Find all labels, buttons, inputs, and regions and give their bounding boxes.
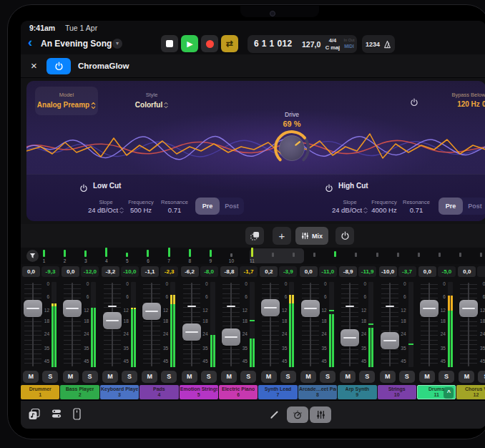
highcut-power-button[interactable] bbox=[325, 182, 333, 195]
solo-button[interactable]: S bbox=[280, 371, 296, 383]
controls-view-button[interactable] bbox=[287, 406, 308, 423]
solo-button[interactable]: S bbox=[122, 371, 137, 383]
fader-cap[interactable] bbox=[63, 300, 82, 317]
mute-button[interactable]: M bbox=[182, 371, 197, 383]
mute-button[interactable]: M bbox=[419, 371, 435, 383]
collapse-chevron-icon[interactable] bbox=[87, 387, 97, 399]
fader-track[interactable] bbox=[230, 283, 232, 366]
collapse-chevron-icon[interactable] bbox=[325, 387, 335, 399]
track-tile[interactable]: Strings 10 bbox=[378, 385, 416, 399]
mute-button[interactable]: M bbox=[459, 371, 474, 383]
mute-button[interactable]: M bbox=[261, 371, 277, 383]
count-in-group[interactable]: 1234 bbox=[362, 35, 395, 53]
volume-value[interactable]: -8,9 bbox=[339, 266, 357, 277]
library-icon[interactable] bbox=[51, 408, 62, 422]
count-in-button[interactable]: 1234 bbox=[366, 41, 380, 48]
collapse-chevron-icon[interactable] bbox=[127, 387, 137, 399]
fader-track[interactable] bbox=[310, 283, 311, 366]
fader-cap[interactable] bbox=[381, 332, 399, 349]
drive-knob[interactable] bbox=[270, 127, 313, 170]
collapse-chevron-icon[interactable] bbox=[245, 387, 255, 399]
fader-track[interactable] bbox=[468, 283, 469, 366]
back-chevron-icon[interactable]: ‹ bbox=[28, 34, 32, 50]
highcut-post-button[interactable]: Post bbox=[463, 198, 485, 215]
pencil-icon[interactable] bbox=[270, 409, 280, 422]
lowcut-resonance-value[interactable]: 0.71 bbox=[150, 206, 200, 214]
fader-track[interactable] bbox=[32, 283, 34, 366]
duplicate-button[interactable] bbox=[245, 227, 264, 245]
model-selector[interactable]: Model Analog Preamp bbox=[35, 87, 98, 115]
solo-button[interactable]: S bbox=[42, 371, 58, 383]
track-tile[interactable]: Drums 11 ^ bbox=[417, 385, 456, 399]
solo-button[interactable]: S bbox=[359, 371, 375, 383]
volume-value[interactable]: 0,0 bbox=[418, 266, 436, 277]
fader-cap[interactable] bbox=[459, 300, 478, 317]
solo-button[interactable]: S bbox=[399, 371, 415, 383]
song-title[interactable]: An Evening Song bbox=[41, 39, 112, 49]
record-button[interactable] bbox=[201, 35, 218, 52]
lowcut-power-button[interactable] bbox=[79, 182, 88, 195]
highcut-pre-button[interactable]: Pre bbox=[439, 198, 463, 215]
lcd-display[interactable]: 6 1 1 012 127,0 4/4C maj In Out MIDI bbox=[248, 35, 357, 53]
bypass-power-button[interactable] bbox=[410, 97, 418, 109]
collapse-chevron-icon[interactable]: ^ bbox=[444, 387, 454, 399]
fader-track[interactable] bbox=[428, 283, 430, 366]
track-tile[interactable]: Keyboard Player 3 bbox=[100, 385, 139, 399]
loops-browser-icon[interactable] bbox=[28, 408, 41, 424]
fader-cap[interactable] bbox=[222, 328, 240, 346]
collapse-chevron-icon[interactable] bbox=[365, 387, 375, 399]
mute-button[interactable]: M bbox=[142, 371, 157, 383]
collapse-chevron-icon[interactable] bbox=[47, 387, 57, 399]
lowcut-pre-button[interactable]: Pre bbox=[195, 198, 220, 215]
fader-cap[interactable] bbox=[301, 300, 320, 317]
mixer-view-button[interactable] bbox=[310, 406, 331, 423]
volume-value[interactable]: -10,0 bbox=[379, 266, 397, 277]
add-button[interactable]: + bbox=[273, 227, 291, 245]
style-selector[interactable]: Colorful bbox=[119, 101, 184, 109]
plugin-power-button[interactable] bbox=[46, 58, 71, 74]
close-icon[interactable]: × bbox=[31, 59, 37, 72]
volume-value[interactable]: 0,0 bbox=[22, 266, 40, 277]
mute-button[interactable]: M bbox=[300, 371, 316, 383]
solo-button[interactable]: S bbox=[82, 371, 98, 383]
volume-value[interactable]: 0,0 bbox=[62, 266, 79, 277]
fader-cap[interactable] bbox=[341, 329, 359, 346]
mute-button[interactable]: M bbox=[221, 371, 237, 383]
collapse-chevron-icon[interactable] bbox=[285, 387, 295, 399]
track-tile[interactable]: Chorus V 12 bbox=[456, 385, 485, 399]
solo-button[interactable]: S bbox=[240, 371, 256, 383]
volume-value[interactable]: 0,2 bbox=[260, 266, 278, 277]
mute-button[interactable]: M bbox=[380, 371, 396, 383]
collapse-chevron-icon[interactable] bbox=[167, 387, 177, 399]
collapse-chevron-icon[interactable] bbox=[206, 387, 216, 399]
fader-track[interactable] bbox=[349, 283, 351, 366]
track-tile[interactable]: Synth Lead 7 bbox=[258, 385, 297, 399]
highcut-resonance-value[interactable]: 0.71 bbox=[391, 206, 441, 214]
track-tile[interactable]: Arp Synth 9 bbox=[338, 385, 376, 399]
solo-button[interactable]: S bbox=[201, 371, 217, 383]
volume-value[interactable]: -3,2 bbox=[102, 266, 119, 277]
solo-button[interactable]: S bbox=[439, 371, 454, 383]
volume-value[interactable]: -6,2 bbox=[181, 266, 199, 277]
level-value[interactable]: 0.0 bbox=[459, 100, 485, 108]
fader-track[interactable] bbox=[389, 283, 391, 366]
lowcut-post-button[interactable]: Post bbox=[220, 198, 244, 215]
mixer-power-button[interactable] bbox=[335, 227, 354, 245]
mute-button[interactable]: M bbox=[340, 371, 356, 383]
solo-button[interactable]: S bbox=[320, 371, 335, 383]
track-tile[interactable]: Drummer 1 bbox=[21, 385, 59, 399]
song-menu-chevron-icon[interactable]: ▾ bbox=[112, 39, 122, 49]
fader-cap[interactable] bbox=[182, 323, 201, 341]
play-button[interactable]: ▶ bbox=[181, 35, 198, 52]
volume-value[interactable]: -8,8 bbox=[220, 266, 238, 277]
fader-cap[interactable] bbox=[420, 300, 439, 317]
track-tile[interactable]: Pads 4 bbox=[139, 385, 178, 399]
metronome-icon[interactable] bbox=[383, 40, 391, 49]
collapse-chevron-icon[interactable] bbox=[404, 387, 414, 399]
play-surface-icon[interactable] bbox=[72, 408, 82, 423]
solo-button[interactable]: S bbox=[478, 371, 485, 383]
track-tile[interactable]: Electric Piano 6 bbox=[219, 385, 258, 399]
stop-button[interactable] bbox=[161, 35, 178, 52]
cycle-button[interactable]: ⇄ bbox=[221, 35, 238, 52]
fader-cap[interactable] bbox=[261, 299, 280, 316]
